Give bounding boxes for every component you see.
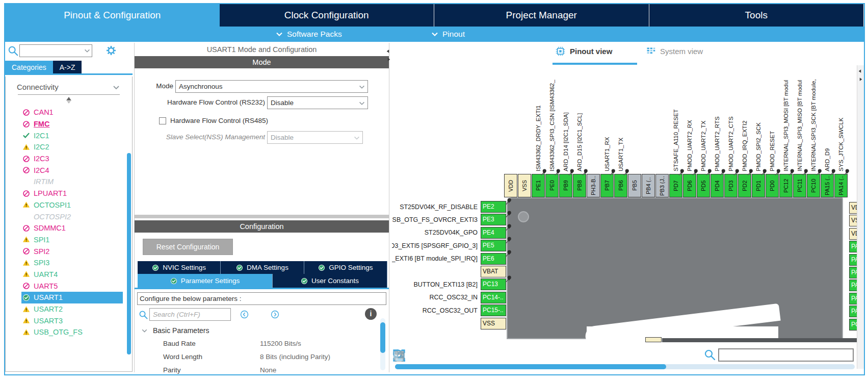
sidebar-item-peripheral[interactable]: USART2 <box>21 303 132 315</box>
horizontal-scrollbar-thumb[interactable] <box>395 364 666 369</box>
mcu-pin[interactable]: PA <box>849 293 857 304</box>
sidebar-item-peripheral[interactable]: UART5 <box>21 280 132 292</box>
vertical-scrollbar-track[interactable] <box>857 65 864 369</box>
tab-categories[interactable]: Categories <box>5 61 53 73</box>
sidebar-item-peripheral[interactable]: LPUART1 <box>21 188 132 199</box>
mcu-pin[interactable]: VD <box>849 202 857 214</box>
sidebar-item-peripheral[interactable]: SPI2 <box>21 245 132 257</box>
mcu-pin[interactable]: PA <box>849 241 857 252</box>
sidebar-item-peripheral[interactable]: I2C4 <box>21 164 132 176</box>
mcu-pin[interactable]: PE5 <box>481 240 506 251</box>
mcu-pin[interactable]: INTERNAL-SPI3_SCK [BT module, PC10 <box>807 174 820 197</box>
panel-collapse-handle[interactable] <box>858 68 863 83</box>
sidebar-item-peripheral[interactable]: USART3 <box>21 315 132 326</box>
mcu-pin[interactable]: PA <box>849 306 857 317</box>
mcu-pin[interactable]: PMOD_IRQ_EXTI2 PD2 <box>738 174 751 197</box>
mcu-pin[interactable]: ISM43362_DRDY_EXTI1 PE1 <box>532 174 545 197</box>
rs232-select[interactable]: Disable <box>267 96 368 109</box>
group-basic-parameters[interactable]: Basic Parameters <box>141 326 209 335</box>
mcu-pin[interactable]: PMOD_SPI2_SCK PD1 <box>752 174 765 197</box>
sidebar-item-peripheral[interactable]: FMC <box>21 118 132 130</box>
mcu-pin[interactable]: PA <box>849 254 857 266</box>
mcu-pin[interactable]: INTERNAL_SPI3_MOSI [BT modul PC12 <box>779 174 793 197</box>
mcu-pin[interactable]: PE3 <box>481 214 506 225</box>
mcu-pin[interactable]: ARD_D9 PA15 (.. <box>821 174 834 197</box>
mcu-pin[interactable]: USART1_RX PB7 <box>600 174 614 197</box>
mcu-pin[interactable]: PA <box>849 280 857 291</box>
pinout-search-input[interactable] <box>718 348 854 362</box>
sidebar-item-peripheral[interactable]: I2C3 <box>21 153 132 165</box>
parameter-row[interactable]: Parity None <box>135 364 379 377</box>
mcu-pin[interactable]: ARD_D14 [I2C1_SDA] PB9 <box>559 174 572 197</box>
gear-icon[interactable] <box>105 44 117 57</box>
settings-tab[interactable]: DMA Settings <box>221 261 304 274</box>
main-nav-tab[interactable]: Project Manager <box>434 4 649 27</box>
rs485-checkbox[interactable] <box>159 117 166 124</box>
collapse-right-icon[interactable] <box>858 76 863 83</box>
pinout-canvas[interactable]: VDD VSS ISM43362_DRDY_EXTI1 PE1 <box>392 65 857 348</box>
mcu-pin[interactable]: PC <box>849 319 857 331</box>
mcu-pin[interactable]: VBAT <box>481 266 506 277</box>
parameter-row[interactable]: Baud Rate 115200 Bits/s <box>135 338 379 351</box>
panel-collapse-handle[interactable] <box>386 48 391 63</box>
settings-tab[interactable]: GPIO Settings <box>304 261 387 274</box>
sidebar-item-peripheral[interactable]: CAN1 <box>21 107 132 118</box>
info-icon[interactable]: i <box>365 308 377 320</box>
sidebar-item-peripheral[interactable]: I2C1 <box>21 130 132 141</box>
tab-pinout-view[interactable]: Pinout view <box>555 46 612 57</box>
horizontal-scrollbar-track[interactable] <box>395 364 855 369</box>
mcu-pin[interactable]: PB5 <box>628 174 641 197</box>
sidebar-scrollbar[interactable] <box>127 153 131 354</box>
mcu-pin[interactable]: PMOD_UART2_TX PD5 <box>697 174 710 197</box>
mcu-pin[interactable]: SYS_JTCK_SWCLK PA14 (.. <box>834 174 848 197</box>
sidebar-item-peripheral[interactable]: USB_OTG_FS <box>21 326 132 338</box>
mcu-pin[interactable]: VDD <box>504 174 517 197</box>
settings-tab[interactable]: NVIC Settings <box>138 261 221 274</box>
category-connectivity[interactable]: Connectivity <box>17 83 121 91</box>
sidebar-item-peripheral[interactable]: I2C2 <box>21 141 132 153</box>
settings-tab[interactable]: User Constants <box>273 274 387 288</box>
sidebar-item-peripheral[interactable]: SPI3 <box>21 257 132 269</box>
mcu-pin[interactable]: PA <box>849 267 857 278</box>
sidebar-item-peripheral[interactable]: IRTIM <box>21 176 132 188</box>
software-packs-menu[interactable]: Software Packs <box>275 27 342 42</box>
mcu-pin[interactable]: ISM43362_SPI3_CSN [ISM43362_ PE0 <box>545 174 559 197</box>
mcu-pin[interactable]: PC15-.. <box>481 304 506 316</box>
parameter-scrollbar-thumb[interactable] <box>380 322 385 353</box>
sidebar-item-peripheral[interactable]: USART1 <box>21 292 123 303</box>
sidebar-item-peripheral[interactable]: OCTOSPI1 <box>21 199 132 211</box>
mcu-pin[interactable]: PE2 <box>481 201 506 213</box>
mcu-pin[interactable]: PH3-B.. <box>587 174 600 197</box>
parameter-row[interactable]: Word Length 8 Bits (including Parity) <box>135 351 379 364</box>
collapse-left-icon[interactable] <box>858 68 863 74</box>
tab-system-view[interactable]: System view <box>645 46 703 57</box>
tab-a-to-z[interactable]: A->Z <box>53 61 82 73</box>
mcu-pin[interactable]: VD <box>849 228 857 240</box>
mcu-pin[interactable]: VSS <box>518 174 531 197</box>
parameter-scrollbar-track[interactable] <box>380 318 385 370</box>
previous-match-icon[interactable] <box>240 310 249 319</box>
sort-control[interactable] <box>6 97 132 104</box>
list-view-icon[interactable] <box>392 348 406 363</box>
mcu-pin[interactable]: USART1_TX PB6 <box>614 174 627 197</box>
mode-select[interactable]: Asynchronous <box>175 80 368 93</box>
mcu-pin[interactable]: VS <box>849 215 857 226</box>
parameter-search-input[interactable] <box>149 308 231 321</box>
sidebar-item-peripheral[interactable]: SDMMC1 <box>21 222 132 234</box>
sidebar-item-peripheral[interactable]: OCTOSPI2 <box>21 211 132 222</box>
settings-tab[interactable]: Parameter Settings <box>138 274 273 288</box>
collapse-left-icon[interactable] <box>386 48 391 55</box>
sidebar-item-peripheral[interactable]: UART4 <box>21 269 132 281</box>
main-nav-tab[interactable]: Pinout & Configuration <box>5 4 220 27</box>
next-match-icon[interactable] <box>270 310 280 319</box>
mcu-pin[interactable]: INTERNAL_SPI3_MISO [BT modul PC11 <box>793 174 806 197</box>
reset-configuration-button[interactable]: Reset Configuration <box>143 239 233 255</box>
mcu-pin[interactable]: VSS <box>481 318 506 329</box>
mcu-pin[interactable]: PB3 (J.. <box>655 174 669 197</box>
mcu-pin[interactable]: PE6 <box>481 253 506 265</box>
mcu-pin[interactable]: PE4 <box>481 227 506 239</box>
main-nav-tab[interactable]: Clock Configuration <box>220 4 435 27</box>
search-combobox[interactable] <box>19 44 92 57</box>
mcu-pin[interactable]: PC13 <box>481 278 506 290</box>
mcu-pin[interactable]: PMOD_UART2_RX PD6 <box>683 174 696 197</box>
